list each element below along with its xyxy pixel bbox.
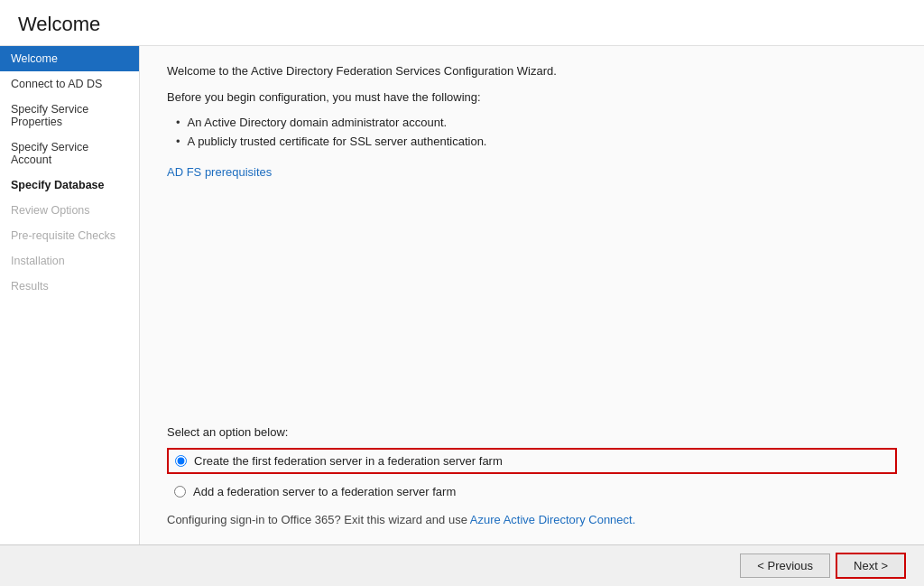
- sidebar-item-results: Results: [0, 274, 139, 299]
- main-container: Welcome Welcome Connect to AD DS Specify…: [0, 0, 924, 544]
- main-content-panel: Welcome to the Active Directory Federati…: [140, 46, 924, 544]
- sidebar-item-specify-database[interactable]: Specify Database: [0, 172, 139, 198]
- radio-create-first-label: Create the first federation server in a …: [194, 454, 503, 468]
- prereq-section: Before you begin configuration, you must…: [167, 90, 897, 179]
- sidebar-item-pre-requisite-checks: Pre-requisite Checks: [0, 223, 139, 248]
- bullet-item-1: An Active Directory domain administrator…: [176, 113, 897, 132]
- adfs-prerequisites-link[interactable]: AD FS prerequisites: [167, 165, 272, 179]
- content-body: Welcome to the Active Directory Federati…: [167, 64, 897, 526]
- configuring-text: Configuring sign-in to Office 365? Exit …: [167, 513, 897, 526]
- azure-ad-connect-link[interactable]: Azure Active Directory Connect.: [470, 513, 636, 526]
- next-button[interactable]: Next >: [836, 553, 906, 579]
- radio-add-server-label: Add a federation server to a federation …: [193, 485, 456, 498]
- bullet-list: An Active Directory domain administrator…: [167, 113, 897, 151]
- radio-create-first-input[interactable]: [175, 455, 187, 467]
- intro-line1: Welcome to the Active Directory Federati…: [167, 64, 897, 90]
- radio-add-server-input[interactable]: [174, 486, 186, 498]
- sidebar-item-specify-service-account[interactable]: Specify Service Account: [0, 135, 139, 172]
- bullet-item-2: A publicly trusted certificate for SSL s…: [176, 132, 897, 151]
- sidebar-item-specify-service-properties[interactable]: Specify Service Properties: [0, 97, 139, 135]
- previous-button[interactable]: < Previous: [740, 553, 830, 578]
- radio-option-add-server[interactable]: Add a federation server to a federation …: [167, 479, 897, 504]
- sidebar-item-welcome[interactable]: Welcome: [0, 46, 139, 71]
- sidebar-item-connect-ad-ds[interactable]: Connect to AD DS: [0, 71, 139, 97]
- lower-section: Select an option below: Create the first…: [167, 398, 897, 526]
- sidebar: Welcome Connect to AD DS Specify Service…: [0, 46, 140, 544]
- page-title: Welcome: [0, 0, 924, 46]
- select-option-label: Select an option below:: [167, 425, 897, 439]
- sidebar-item-review-options: Review Options: [0, 198, 139, 223]
- sidebar-item-installation: Installation: [0, 248, 139, 274]
- footer: < Previous Next >: [0, 544, 924, 586]
- radio-option-create-first[interactable]: Create the first federation server in a …: [167, 448, 897, 474]
- content-area: Welcome Connect to AD DS Specify Service…: [0, 46, 924, 544]
